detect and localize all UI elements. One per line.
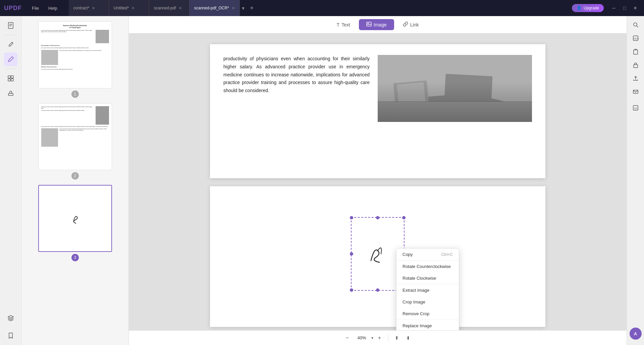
tab-untitled[interactable]: Untitled* ✕: [109, 0, 149, 16]
tab-close-untitled[interactable]: ✕: [131, 6, 135, 10]
main-area: Improve Working Productivityin Using App…: [0, 16, 644, 345]
tab-label-untitled: Untitled*: [114, 6, 129, 10]
handle-top-mid[interactable]: [376, 216, 379, 219]
close-button[interactable]: ✕: [631, 3, 640, 13]
text-tool-button[interactable]: T Text: [329, 20, 358, 30]
sidebar-icon-edit[interactable]: [4, 38, 17, 51]
page-nav-up[interactable]: ⬆: [392, 333, 402, 343]
svg-rect-23: [634, 65, 638, 68]
sidebar-icon-layers[interactable]: [4, 312, 17, 325]
link-tool-icon: [403, 21, 408, 28]
context-menu-remove-crop[interactable]: Remove Crop: [396, 308, 459, 320]
titlebar-right: 👤 Upgrade ─ □ ✕: [572, 3, 640, 13]
pdf-area[interactable]: productivity of physicians even when acc…: [129, 33, 627, 330]
remove-crop-label: Remove Crop: [402, 311, 429, 316]
page-number-3: 3: [71, 254, 79, 261]
svg-rect-11: [378, 55, 532, 122]
context-menu-replace[interactable]: Replace Image: [396, 320, 459, 330]
sidebar-icon-pages[interactable]: [4, 19, 17, 32]
tab-label-scanned-pdf: scanned-pdf: [154, 6, 176, 10]
handle-bottom-left[interactable]: [350, 288, 353, 292]
sidebar-icon-organize[interactable]: [4, 72, 17, 85]
right-icon-avatar[interactable]: A: [630, 328, 642, 340]
link-tool-label: Link: [410, 22, 419, 27]
right-icon-ocr[interactable]: OCR: [630, 32, 642, 44]
tab-label-scanned-pdf-ocr: scanned-pdf_OCR*: [194, 6, 229, 10]
copy-label: Copy: [402, 252, 413, 257]
right-icon-share[interactable]: [630, 72, 642, 84]
svg-text:OCR: OCR: [634, 38, 639, 40]
thumbnail-img-1: Improve Working Productivityin Using App…: [38, 21, 112, 88]
tab-close-contract[interactable]: ✕: [92, 6, 95, 10]
image-tool-button[interactable]: Image: [359, 19, 394, 30]
zoom-out-button[interactable]: −: [342, 333, 353, 343]
tab-scanned-pdf-ocr[interactable]: scanned-pdf_OCR* ✕: [190, 0, 240, 16]
zoom-dropdown[interactable]: ▾: [371, 336, 373, 340]
svg-rect-0: [8, 22, 13, 28]
menu-help[interactable]: Help: [44, 4, 62, 13]
right-icon-search[interactable]: [630, 19, 642, 31]
svg-rect-15: [444, 74, 492, 110]
svg-rect-24: [633, 90, 638, 93]
thumbnail-page-2[interactable]: Lorem ipsum dolor sit amet consectetur a…: [27, 103, 123, 180]
maximize-button[interactable]: □: [620, 3, 629, 13]
image-tool-label: Image: [374, 22, 387, 27]
context-menu-copy[interactable]: Copy Ctrl+C: [396, 249, 459, 260]
upgrade-icon: 👤: [577, 6, 582, 10]
svg-rect-5: [11, 76, 13, 78]
right-icon-clipboard[interactable]: [630, 46, 642, 58]
tab-add-button[interactable]: +: [247, 3, 257, 13]
svg-rect-6: [8, 79, 10, 81]
svg-rect-17: [378, 102, 532, 122]
page-number-2: 2: [71, 172, 79, 180]
right-sidebar: OCR 1/0 A: [627, 16, 644, 345]
app-logo: UPDF: [4, 5, 22, 12]
context-menu-extract[interactable]: Extract Image: [396, 284, 459, 296]
handle-top-right[interactable]: [402, 216, 406, 219]
handle-left-mid[interactable]: [350, 252, 353, 256]
tab-close-scanned-pdf[interactable]: ✕: [179, 6, 182, 10]
context-menu: Copy Ctrl+C Rotate Counterclockwise Rota…: [396, 248, 459, 330]
tab-label-contract: contract*: [73, 6, 89, 10]
thumbnail-panel: Improve Working Productivityin Using App…: [21, 16, 129, 345]
handle-bottom-mid[interactable]: [376, 288, 379, 292]
rotate-ccw-label: Rotate Counterclockwise: [402, 264, 451, 269]
context-menu-rotate-ccw[interactable]: Rotate Counterclockwise: [396, 261, 459, 272]
right-icon-compress[interactable]: 1/0: [630, 102, 642, 114]
left-sidebar: [0, 16, 21, 345]
upgrade-button[interactable]: 👤 Upgrade: [572, 4, 604, 12]
svg-line-19: [637, 26, 638, 27]
right-icon-lock[interactable]: [630, 59, 642, 71]
pdf-page-1: productivity of physicians even when acc…: [210, 44, 545, 178]
sidebar-icon-bookmarks[interactable]: [4, 329, 17, 342]
right-icon-mail[interactable]: [630, 86, 642, 98]
tabs-chevron[interactable]: ▾: [240, 5, 247, 11]
page-number-1: 1: [71, 90, 79, 98]
svg-rect-8: [8, 93, 13, 95]
replace-label: Replace Image: [402, 323, 432, 328]
minimize-button[interactable]: ─: [609, 3, 619, 13]
sidebar-divider-1: [5, 35, 16, 35]
svg-rect-9: [367, 22, 371, 26]
sidebar-icon-annotate[interactable]: [4, 53, 17, 66]
signature-sketch: [364, 240, 391, 267]
page-nav-down[interactable]: ⬇: [403, 333, 413, 343]
extract-label: Extract Image: [402, 288, 429, 293]
tab-contract[interactable]: contract* ✕: [69, 0, 109, 16]
pdf-page-3: Copy Ctrl+C Rotate Counterclockwise Rota…: [210, 186, 545, 327]
context-menu-rotate-cw[interactable]: Rotate Clockwise: [396, 272, 459, 284]
page1-text: productivity of physicians even when acc…: [223, 55, 370, 95]
tab-scanned-pdf[interactable]: scanned-pdf ✕: [149, 0, 190, 16]
handle-top-left[interactable]: [350, 216, 353, 219]
svg-rect-14: [397, 82, 426, 108]
tab-close-scanned-pdf-ocr[interactable]: ✕: [232, 6, 235, 10]
thumbnail-page-1[interactable]: Improve Working Productivityin Using App…: [27, 21, 123, 98]
svg-rect-4: [8, 76, 10, 78]
link-tool-button[interactable]: Link: [395, 19, 426, 30]
sidebar-icon-stamps[interactable]: [4, 86, 17, 100]
copy-shortcut: Ctrl+C: [441, 252, 453, 257]
context-menu-crop[interactable]: Crop Image: [396, 296, 459, 308]
thumbnail-page-3[interactable]: 3: [27, 185, 123, 261]
zoom-in-button[interactable]: +: [375, 333, 385, 343]
menu-file[interactable]: File: [27, 4, 44, 13]
